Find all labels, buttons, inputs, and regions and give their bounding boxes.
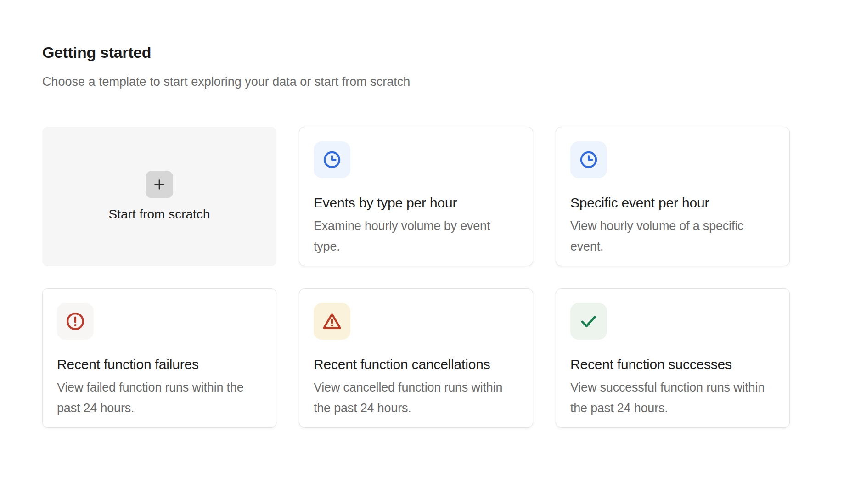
clock-icon [579, 150, 599, 170]
template-card-title: Recent function successes [570, 355, 776, 374]
template-card-description: View hourly volume of a specific event. [570, 216, 776, 257]
template-card[interactable]: Recent function cancellations View cance… [299, 288, 533, 428]
clock-icon [322, 150, 342, 170]
alert-circle-icon [65, 311, 86, 332]
template-card-description: View failed function runs within the pas… [57, 377, 263, 419]
page-title: Getting started [42, 42, 866, 62]
template-card-title: Recent function failures [57, 355, 263, 374]
alert-triangle-icon [321, 311, 343, 332]
plus-icon [146, 171, 173, 198]
template-card-description: View cancelled function runs within the … [314, 377, 520, 419]
check-icon [578, 311, 599, 332]
template-card-title: Events by type per hour [314, 194, 520, 212]
template-card[interactable]: Specific event per hour View hourly volu… [556, 127, 790, 266]
template-card[interactable]: Recent function failures View failed fun… [42, 288, 276, 428]
template-card-title: Specific event per hour [570, 194, 776, 212]
template-card[interactable]: Recent function successes View successfu… [556, 288, 790, 428]
template-grid: Start from scratch Events by type [42, 127, 790, 428]
template-card-title: Recent function cancellations [314, 355, 520, 374]
template-card-description: Examine hourly volume by event type. [314, 216, 520, 257]
page-subtitle: Choose a template to start exploring you… [42, 73, 866, 90]
template-card[interactable]: Events by type per hour Examine hourly v… [299, 127, 533, 266]
getting-started-page: Getting started Choose a template to sta… [0, 0, 866, 428]
start-from-scratch-card[interactable]: Start from scratch [42, 127, 276, 266]
start-from-scratch-label: Start from scratch [109, 207, 210, 222]
template-card-description: View successful function runs within the… [570, 377, 776, 419]
